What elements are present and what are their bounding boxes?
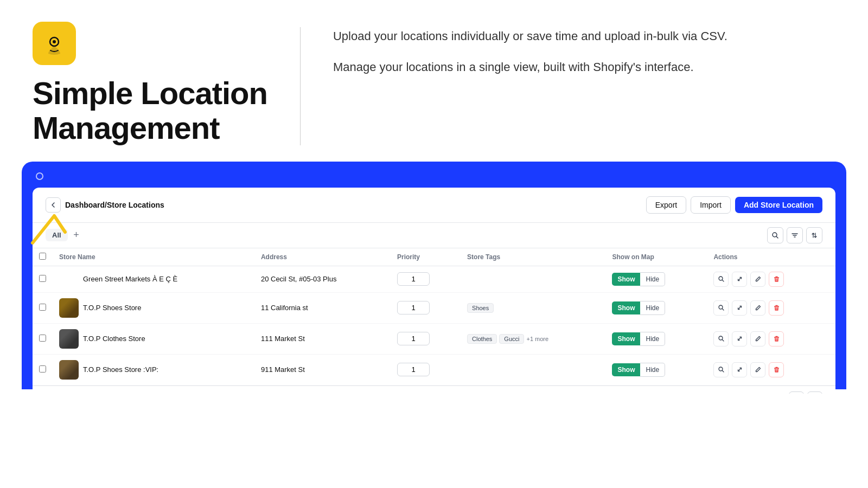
store-name-cell: T.O.P Shoes Store :VIP: bbox=[59, 360, 248, 380]
show-button[interactable]: Show bbox=[612, 363, 640, 376]
store-address: 11 California st bbox=[254, 292, 391, 323]
delete-action-button[interactable] bbox=[769, 362, 784, 377]
store-name-text: T.O.P Shoes Store bbox=[83, 304, 141, 312]
store-thumbnail bbox=[59, 360, 79, 380]
browser-controls bbox=[33, 172, 835, 180]
table-header-row: Store Name Address Priority Store Tags S… bbox=[33, 248, 835, 266]
show-hide-toggle: Show Hide bbox=[612, 363, 700, 377]
edit-action-button[interactable] bbox=[750, 331, 765, 346]
delete-action-button[interactable] bbox=[769, 331, 784, 346]
action-icons bbox=[713, 272, 829, 287]
search-icon-button[interactable] bbox=[767, 227, 783, 243]
priority-input[interactable] bbox=[397, 363, 430, 376]
action-icons bbox=[713, 300, 829, 316]
next-page-button[interactable] bbox=[807, 391, 822, 394]
breadcrumb-text: Dashboard/Store Locations bbox=[65, 201, 164, 209]
search-action-button[interactable] bbox=[713, 331, 729, 346]
edit-action-button[interactable] bbox=[750, 272, 765, 287]
table-row: Green Street Markets À E Ç È 20 Cecil St… bbox=[33, 266, 835, 292]
store-name-text: T.O.P Shoes Store :VIP: bbox=[83, 365, 158, 374]
show-hide-toggle: Show Hide bbox=[612, 332, 700, 346]
show-button[interactable]: Show bbox=[612, 332, 640, 345]
tag-badge: Shoes bbox=[467, 303, 494, 313]
store-locations-table: Store Name Address Priority Store Tags S… bbox=[33, 248, 835, 386]
sort-icon-button[interactable] bbox=[806, 227, 822, 243]
hide-button[interactable]: Hide bbox=[640, 301, 665, 315]
priority-input[interactable] bbox=[397, 301, 430, 314]
pagination bbox=[789, 391, 822, 394]
priority-input[interactable] bbox=[397, 272, 430, 286]
description-2: Manage your locations in a single view, … bbox=[333, 58, 835, 76]
show-on-map-cell: Show Hide bbox=[605, 292, 707, 323]
search-action-button[interactable] bbox=[713, 272, 729, 287]
hero-left: Simple Location Management bbox=[33, 22, 267, 145]
select-all-checkbox[interactable] bbox=[39, 253, 46, 260]
actions-cell bbox=[707, 354, 835, 385]
link-action-button[interactable] bbox=[732, 272, 747, 287]
edit-action-button[interactable] bbox=[750, 300, 765, 316]
actions-cell bbox=[707, 266, 835, 292]
edit-action-button[interactable] bbox=[750, 362, 765, 377]
prev-page-button[interactable] bbox=[789, 391, 804, 394]
priority-input[interactable] bbox=[397, 332, 430, 345]
delete-action-button[interactable] bbox=[769, 272, 784, 287]
delete-action-button[interactable] bbox=[769, 300, 784, 316]
extra-tags: +1 more bbox=[526, 336, 548, 342]
svg-point-4 bbox=[719, 305, 723, 309]
store-name-cell: T.O.P Shoes Store bbox=[59, 298, 248, 318]
link-action-button[interactable] bbox=[732, 300, 747, 316]
browser-dot-1 bbox=[36, 172, 43, 180]
hero-divider bbox=[300, 27, 301, 145]
row-checkbox-3[interactable] bbox=[39, 335, 46, 342]
tab-add-button[interactable]: + bbox=[70, 229, 83, 242]
hide-button[interactable]: Hide bbox=[640, 272, 665, 286]
table-row: T.O.P Clothes Store 111 Market StClothes… bbox=[33, 323, 835, 354]
show-on-map-cell: Show Hide bbox=[605, 266, 707, 292]
export-button[interactable]: Export bbox=[646, 196, 686, 214]
col-actions: Actions bbox=[707, 248, 835, 266]
search-action-button[interactable] bbox=[713, 362, 729, 377]
svg-point-1 bbox=[53, 40, 56, 43]
show-button[interactable]: Show bbox=[612, 301, 640, 314]
yellow-arrow-decoration bbox=[27, 205, 71, 248]
link-action-button[interactable] bbox=[732, 362, 747, 377]
hide-button[interactable]: Hide bbox=[640, 332, 665, 346]
hide-button[interactable]: Hide bbox=[640, 363, 665, 377]
hero-title: Simple Location Management bbox=[33, 76, 267, 145]
table-card: Dashboard/Store Locations Export Import … bbox=[33, 188, 835, 394]
link-action-button[interactable] bbox=[732, 331, 747, 346]
add-store-location-button[interactable]: Add Store Location bbox=[735, 197, 822, 213]
store-tags-cell: Shoes bbox=[461, 292, 605, 323]
hero-section: Simple Location Management Upload your l… bbox=[0, 0, 868, 162]
store-address: 20 Cecil St, #05-03 Plus bbox=[254, 266, 391, 292]
breadcrumb-base: Dashboard/ bbox=[65, 201, 107, 209]
scroll-indicator bbox=[848, 265, 852, 286]
action-icons bbox=[713, 331, 829, 346]
tabs-right bbox=[767, 227, 822, 243]
tag-badge: Clothes bbox=[467, 334, 497, 344]
show-on-map-cell: Show Hide bbox=[605, 323, 707, 354]
store-name-cell: T.O.P Clothes Store bbox=[59, 329, 248, 349]
table-row: T.O.P Shoes Store :VIP: 911 Market St Sh… bbox=[33, 354, 835, 385]
show-on-map-cell: Show Hide bbox=[605, 354, 707, 385]
row-checkbox-1[interactable] bbox=[39, 275, 46, 282]
app-icon bbox=[33, 22, 76, 65]
import-button[interactable]: Import bbox=[691, 196, 731, 214]
show-button[interactable]: Show bbox=[612, 273, 640, 286]
row-checkbox-4[interactable] bbox=[39, 365, 46, 373]
header-actions: Export Import Add Store Location bbox=[646, 196, 822, 214]
search-action-button[interactable] bbox=[713, 300, 729, 316]
col-address: Address bbox=[254, 248, 391, 266]
card-header: Dashboard/Store Locations Export Import … bbox=[33, 188, 835, 223]
row-checkbox-2[interactable] bbox=[39, 304, 46, 311]
table-row: T.O.P Shoes Store 11 California stShoes … bbox=[33, 292, 835, 323]
filter-icon-button[interactable] bbox=[787, 227, 803, 243]
svg-point-6 bbox=[719, 367, 723, 371]
store-tags-cell: ClothesGucci+1 more bbox=[461, 323, 605, 354]
store-thumbnail bbox=[59, 298, 79, 318]
description-1: Upload your locations individually or sa… bbox=[333, 27, 835, 45]
show-hide-toggle: Show Hide bbox=[612, 272, 700, 286]
tag-badge: Gucci bbox=[499, 334, 524, 344]
store-thumbnail bbox=[59, 329, 79, 349]
store-tags-cell bbox=[461, 266, 605, 292]
